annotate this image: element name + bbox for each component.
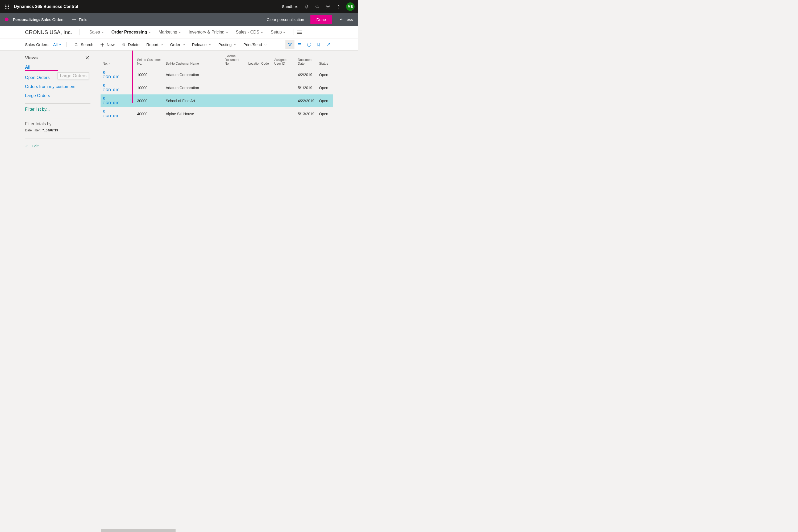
filter-pane-icon[interactable] xyxy=(285,40,294,49)
view-link[interactable]: All xyxy=(25,65,30,70)
user-avatar[interactable]: MB xyxy=(346,2,355,11)
more-actions-icon[interactable]: ⋯ xyxy=(271,42,282,48)
date-cell: 5/13/2019 xyxy=(296,108,317,120)
svg-point-2 xyxy=(8,4,9,5)
svg-line-10 xyxy=(318,7,319,8)
column-header-external-document-no-[interactable]: External Document No. xyxy=(223,51,246,68)
new-label: New xyxy=(107,42,115,47)
svg-point-3 xyxy=(5,6,6,7)
action-label: Release xyxy=(192,42,207,47)
row-menu-icon[interactable]: ⋮ xyxy=(127,94,135,108)
report-dropdown[interactable]: Report xyxy=(144,41,166,49)
list-title: Sales Orders: xyxy=(25,42,50,47)
column-header-document-date[interactable]: Document Date xyxy=(296,51,317,68)
current-view-label: All xyxy=(53,42,58,47)
close-views-icon[interactable] xyxy=(85,56,89,61)
current-view-dropdown[interactable]: All xyxy=(53,42,67,47)
delete-action[interactable]: Delete xyxy=(119,41,142,49)
edit-label: Edit xyxy=(32,144,39,148)
column-header-status[interactable]: Status xyxy=(317,51,333,68)
release-dropdown[interactable]: Release xyxy=(189,41,214,49)
new-action[interactable]: New xyxy=(98,41,117,49)
chevron-down-icon xyxy=(209,43,211,46)
view-item-all[interactable]: All⋮ xyxy=(25,63,91,73)
order-no-cell[interactable]: S-ORD1010... xyxy=(100,81,127,94)
expand-icon[interactable] xyxy=(324,40,333,49)
action-label: Print/Send xyxy=(243,42,262,47)
search-action[interactable]: Search xyxy=(72,41,96,49)
view-link[interactable]: Orders from my customers xyxy=(25,84,75,89)
order-no-cell[interactable]: S-ORD1010... xyxy=(100,94,127,108)
user-id-cell xyxy=(272,68,296,81)
order-no-cell[interactable]: S-ORD1010... xyxy=(100,108,127,120)
add-field-button[interactable]: Field xyxy=(72,17,88,22)
svg-point-1 xyxy=(7,4,7,5)
row-menu-icon[interactable] xyxy=(127,81,135,94)
less-toggle[interactable]: Less xyxy=(340,17,353,22)
order-no-cell[interactable]: S-ORD1010... xyxy=(100,68,127,81)
help-icon[interactable] xyxy=(334,2,343,11)
view-item-large-orders[interactable]: Large Orders xyxy=(25,91,91,100)
nav-more-menu-icon[interactable] xyxy=(297,31,304,34)
svg-line-16 xyxy=(77,45,78,46)
active-view-indicator xyxy=(25,70,58,71)
column-header-no-[interactable]: No. xyxy=(100,51,127,68)
view-item-open-orders[interactable]: Open OrdersLarge Orders xyxy=(25,73,91,82)
personalization-bar: Personalizing: Sales Orders Field Clear … xyxy=(0,13,358,26)
bookmark-icon[interactable] xyxy=(314,40,323,49)
user-id-cell xyxy=(272,94,296,108)
nav-item-marketing[interactable]: Marketing xyxy=(155,30,185,35)
column-header-sell-to-customer-no-[interactable]: Sell-to Customer No. xyxy=(135,51,164,68)
delete-label: Delete xyxy=(128,42,139,47)
action-bar: Sales Orders: All Search New Delete Repo… xyxy=(0,39,358,51)
app-launcher-icon[interactable] xyxy=(3,3,11,11)
column-header-assigned-user-id[interactable]: Assigned User ID xyxy=(272,51,296,68)
nav-item-setup[interactable]: Setup xyxy=(267,30,290,35)
customer-no-cell: 40000 xyxy=(135,108,164,120)
table-row[interactable]: S-ORD1010...⋮30000School of Fine Art4/22… xyxy=(100,94,333,108)
drag-ghost-view[interactable]: Large Orders xyxy=(57,72,89,79)
less-label: Less xyxy=(344,17,353,22)
view-link[interactable]: Large Orders xyxy=(25,93,50,98)
company-name[interactable]: CRONUS USA, Inc. xyxy=(25,29,80,35)
nav-item-order-processing[interactable]: Order Processing xyxy=(108,30,155,35)
nav-item-inventory-pricing[interactable]: Inventory & Pricing xyxy=(185,30,232,35)
status-cell: Open xyxy=(317,68,333,81)
status-cell: Open xyxy=(317,94,333,108)
nav-item-label: Order Processing xyxy=(111,30,147,35)
table-row[interactable]: S-ORD1010...10000Adatum Corporation4/2/2… xyxy=(100,68,333,81)
nav-item-sales-cds[interactable]: Sales - CDS xyxy=(232,30,267,35)
filter-totals-heading: Filter totals by: xyxy=(25,121,91,126)
settings-gear-icon[interactable] xyxy=(324,2,332,11)
customer-no-cell: 30000 xyxy=(135,94,164,108)
edit-filters-link[interactable]: Edit xyxy=(25,142,91,150)
view-item-orders-from-my-customers[interactable]: Orders from my customers xyxy=(25,82,91,91)
row-menu-icon[interactable] xyxy=(127,68,135,81)
column-header-sell-to-customer-name[interactable]: Sell-to Customer Name xyxy=(164,51,223,68)
order-dropdown[interactable]: Order xyxy=(167,41,188,49)
customer-name-cell: Alpine Ski House xyxy=(164,108,223,120)
done-button[interactable]: Done xyxy=(310,15,332,24)
app-title: Dynamics 365 Business Central xyxy=(14,4,78,9)
notifications-icon[interactable] xyxy=(302,2,311,11)
status-cell: Open xyxy=(317,108,333,120)
table-row[interactable]: S-ORD1010...40000Alpine Ski House5/13/20… xyxy=(100,108,333,120)
svg-point-0 xyxy=(5,4,6,5)
location-cell xyxy=(246,81,272,94)
search-icon[interactable] xyxy=(313,2,322,11)
row-menu-icon[interactable] xyxy=(127,108,135,120)
view-more-menu-icon[interactable]: ⋮ xyxy=(85,65,89,70)
print-send-dropdown[interactable]: Print/Send xyxy=(241,41,269,49)
date-cell: 5/1/2019 xyxy=(296,81,317,94)
clear-personalization-link[interactable]: Clear personalization xyxy=(267,17,304,22)
personalize-column-marker[interactable] xyxy=(132,51,133,103)
posting-dropdown[interactable]: Posting xyxy=(216,41,239,49)
nav-item-sales[interactable]: Sales xyxy=(86,30,108,35)
view-link[interactable]: Open Orders xyxy=(25,75,50,80)
column-header-location-code[interactable]: Location Code xyxy=(246,51,272,68)
list-view-icon[interactable] xyxy=(295,40,304,49)
table-row[interactable]: S-ORD1010...10000Adatum Corporation5/1/2… xyxy=(100,81,333,94)
info-icon[interactable] xyxy=(305,40,314,49)
filter-list-link[interactable]: Filter list by... xyxy=(25,107,50,111)
views-title: Views xyxy=(25,55,38,61)
